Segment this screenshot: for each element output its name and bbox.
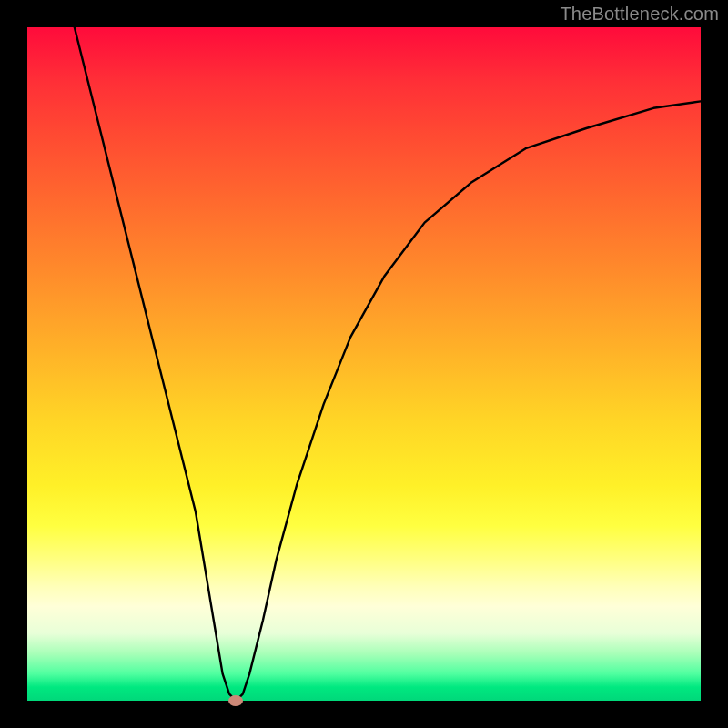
plot-area: [27, 27, 701, 701]
watermark-text: TheBottleneck.com: [560, 4, 719, 25]
curve-svg: [27, 27, 701, 701]
optimal-point-marker: [228, 695, 243, 706]
chart-container: TheBottleneck.com: [0, 0, 728, 728]
bottleneck-curve: [75, 27, 701, 701]
